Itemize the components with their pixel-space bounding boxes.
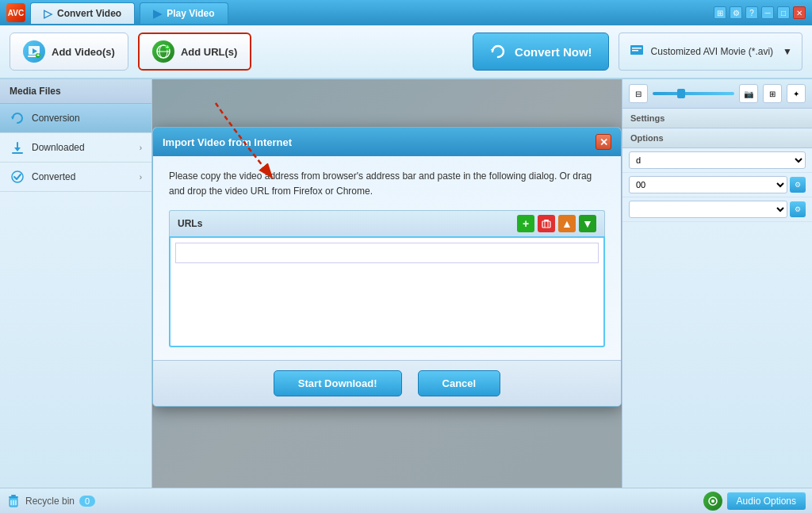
url-move-up-button[interactable]: ▲ [558, 215, 576, 232]
crop-icon-btn[interactable]: ⊞ [763, 84, 782, 103]
svg-rect-12 [632, 48, 642, 49]
title-bar: AVC ▷ Convert Video ▶ Play Video ⊞ ⚙ ? ─… [0, 0, 812, 25]
title-bar-controls: ⊞ ⚙ ? ─ □ ✕ [714, 6, 806, 19]
status-bar: Recycle bin 0 Audio Options [0, 488, 812, 513]
sidebar-item-converted[interactable]: Converted › [0, 163, 151, 192]
tab-convert-video[interactable]: ▷ Convert Video [30, 2, 135, 24]
sidebar: Media Files Conversion Downloaded › Conv… [0, 79, 152, 488]
modal-header: Import Video from Internet ✕ [153, 128, 621, 156]
url-action-buttons: + ▲ ▼ [517, 215, 596, 232]
modal-description: Please copy the video address from brows… [169, 169, 605, 199]
right-panel-settings-header: Settings [622, 109, 812, 128]
sidebar-item-conversion[interactable]: Conversion [0, 104, 151, 133]
svg-text:+: + [36, 52, 40, 59]
restore-button[interactable]: □ [777, 6, 790, 19]
add-videos-icon: + [23, 40, 45, 63]
audio-options-button[interactable]: Audio Options [727, 492, 806, 510]
sidebar-header: Media Files [0, 79, 151, 104]
right-panel-row-3: ⚙ [622, 197, 812, 222]
sidebar-item-downloaded[interactable]: Downloaded › [0, 133, 151, 163]
settings-icon-btn[interactable]: ⚙ [730, 6, 742, 19]
effect-icon-btn[interactable]: ✦ [787, 84, 806, 103]
extra-settings-button[interactable]: ⚙ [790, 201, 806, 217]
extra-select[interactable] [629, 201, 787, 218]
right-panel-row-2: 00 ⚙ [622, 173, 812, 197]
slider-icon-btn[interactable]: ⊟ [629, 84, 648, 103]
modal-close-button[interactable]: ✕ [596, 134, 611, 150]
toolbar: + Add Video(s) + Add URL(s) Convert Now!… [0, 25, 812, 79]
svg-marker-14 [11, 117, 14, 120]
framerate-settings-button[interactable]: ⚙ [790, 177, 806, 193]
svg-marker-10 [491, 49, 494, 52]
right-panel-row-1: d [622, 148, 812, 173]
modal-footer: Start Download! Cancel [153, 360, 621, 406]
standard-select[interactable]: d [629, 151, 806, 169]
minimize-button[interactable]: ─ [761, 6, 774, 19]
converted-arrow: › [140, 173, 142, 182]
recycle-bin-label: Recycle bin [25, 496, 75, 507]
progress-slider[interactable] [653, 92, 734, 95]
right-panel-options-header: Options [622, 128, 812, 148]
import-video-modal: Import Video from Internet ✕ Please copy… [152, 127, 622, 407]
url-move-down-button[interactable]: ▼ [579, 215, 596, 232]
svg-rect-13 [632, 50, 638, 52]
url-section-header: URLs + ▲ ▼ [169, 210, 605, 236]
format-dropdown-arrow: ▼ [783, 46, 792, 57]
format-dropdown[interactable]: Customized AVI Movie (*.avi) ▼ [619, 33, 802, 71]
modal-body: Please copy the video address from brows… [153, 156, 621, 360]
modal-overlay: Import Video from Internet ✕ Please copy… [152, 79, 622, 488]
downloaded-arrow: › [140, 144, 142, 152]
svg-rect-34 [9, 496, 18, 498]
framerate-select[interactable]: 00 [629, 176, 787, 193]
url-add-button[interactable]: + [517, 215, 534, 232]
converted-icon [10, 169, 25, 185]
svg-text:+: + [166, 44, 170, 51]
close-button[interactable]: ✕ [793, 6, 806, 19]
recycle-bin-area[interactable]: Recycle bin 0 [6, 494, 95, 508]
download-icon [10, 140, 25, 155]
url-delete-button[interactable] [538, 215, 555, 232]
title-bar-left: AVC ▷ Convert Video ▶ Play Video [6, 2, 709, 24]
urls-label: URLs [178, 218, 202, 229]
add-videos-button[interactable]: + Add Video(s) [10, 33, 128, 71]
screenshot-icon-btn[interactable]: 📷 [739, 84, 758, 103]
svg-rect-26 [542, 221, 550, 228]
tab-play-video[interactable]: ▶ Play Video [140, 2, 228, 24]
conversion-icon [10, 110, 25, 126]
help-icon-btn[interactable]: ? [745, 6, 758, 19]
status-bar-right: Audio Options [703, 492, 806, 511]
right-panel: ⊟ 📷 ⊞ ✦ Settings Options d 00 ⚙ ⚙ [622, 79, 812, 488]
recycle-bin-icon [6, 494, 21, 508]
audio-options-icon [703, 492, 722, 511]
svg-rect-35 [11, 495, 16, 496]
monitor-icon-btn[interactable]: ⊞ [714, 6, 726, 19]
add-url-button[interactable]: + Add URL(s) [138, 33, 252, 71]
url-input-area [169, 236, 605, 347]
add-url-icon: + [152, 40, 174, 63]
recycle-count-badge: 0 [79, 496, 95, 507]
svg-rect-29 [544, 220, 549, 221]
content-area: Import Video from Internet ✕ Please copy… [152, 79, 622, 488]
app-logo: AVC [6, 3, 25, 22]
convert-now-button[interactable]: Convert Now! [473, 33, 609, 71]
main-content: Media Files Conversion Downloaded › Conv… [0, 79, 812, 488]
right-panel-toolbar: ⊟ 📷 ⊞ ✦ [622, 79, 812, 109]
start-download-button[interactable]: Start Download! [274, 370, 402, 396]
svg-marker-15 [14, 147, 21, 151]
svg-point-37 [711, 500, 714, 503]
cancel-button[interactable]: Cancel [418, 370, 501, 396]
url-input-field[interactable] [175, 243, 599, 263]
